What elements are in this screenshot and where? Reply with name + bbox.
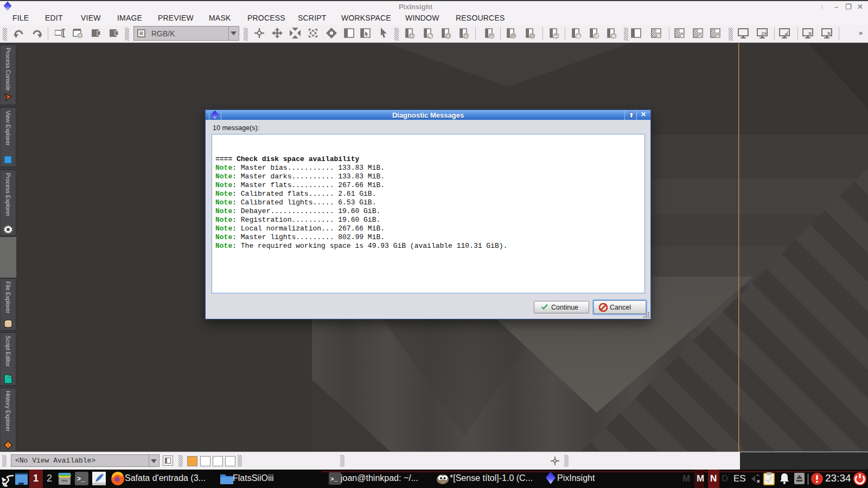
svg-text:+: + xyxy=(79,33,81,38)
svg-text:↓: ↓ xyxy=(512,34,515,39)
svg-text:●: ● xyxy=(680,33,683,38)
svg-text:↺: ↺ xyxy=(594,34,598,39)
svg-text:⚙: ⚙ xyxy=(576,34,580,39)
svg-text:24: 24 xyxy=(762,31,767,36)
svg-text:✕: ✕ xyxy=(611,34,616,39)
svg-text:+: + xyxy=(464,34,467,39)
svg-text:✎: ✎ xyxy=(428,34,432,39)
svg-text:✕: ✕ xyxy=(808,31,812,36)
svg-text:↲: ↲ xyxy=(784,30,789,36)
svg-text:↑: ↑ xyxy=(531,34,534,39)
svg-text:⌕: ⌕ xyxy=(716,33,719,38)
svg-text:>_: >_ xyxy=(330,476,338,483)
svg-text:✕: ✕ xyxy=(656,33,661,38)
svg-text:✕: ✕ xyxy=(756,479,761,484)
svg-text:>_: >_ xyxy=(77,476,85,483)
svg-text:+: + xyxy=(410,34,413,39)
svg-text:✓: ✓ xyxy=(698,33,703,38)
svg-text:+: + xyxy=(446,34,449,39)
svg-text:⌕: ⌕ xyxy=(489,34,493,39)
svg-text:✕: ✕ xyxy=(827,31,831,36)
svg-text:↩: ↩ xyxy=(554,34,558,39)
